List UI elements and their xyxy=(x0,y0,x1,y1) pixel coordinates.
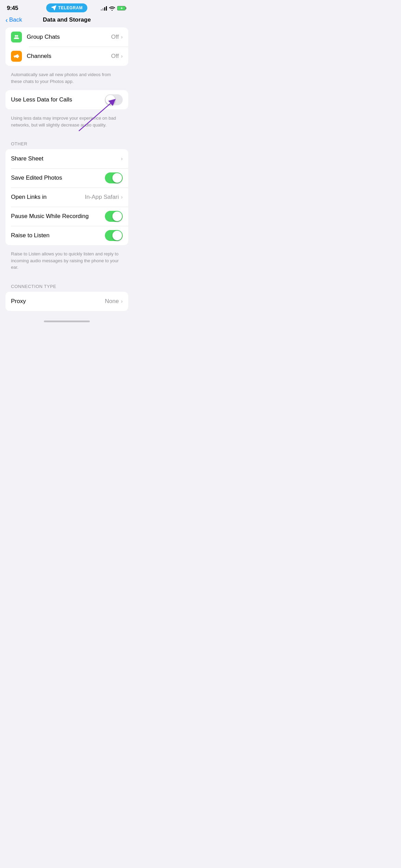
content: Group Chats Off › Channels Off › Automat… xyxy=(0,27,134,335)
proxy-row[interactable]: Proxy None › xyxy=(5,292,128,311)
group-chats-icon xyxy=(11,32,22,43)
proxy-chevron-icon: › xyxy=(121,298,123,304)
telegram-badge-container: TELEGRAM xyxy=(46,3,87,12)
status-time: 9:45 xyxy=(7,5,18,12)
other-section-header: OTHER xyxy=(0,134,134,149)
group-chats-value: Off xyxy=(111,34,119,40)
channels-label: Channels xyxy=(27,53,111,60)
group-chats-chevron-icon: › xyxy=(121,34,123,40)
group-chats-row[interactable]: Group Chats Off › xyxy=(5,27,128,47)
toggle-thumb-3 xyxy=(112,212,122,221)
share-sheet-label: Share Sheet xyxy=(11,155,121,162)
back-chevron-icon: ‹ xyxy=(5,16,8,23)
use-less-data-description: Using less data may improve your experie… xyxy=(0,112,134,134)
auto-save-description: Automatically save all new photos and vi… xyxy=(0,69,134,90)
connection-type-section-header: CONNECTION TYPE xyxy=(0,276,134,292)
status-bar: 9:45 TELEGRAM xyxy=(0,0,134,14)
use-less-data-row[interactable]: Use Less Data for Calls xyxy=(5,90,128,109)
use-less-data-card: Use Less Data for Calls xyxy=(5,90,128,109)
raise-to-listen-label: Raise to Listen xyxy=(11,232,105,239)
home-indicator xyxy=(0,318,134,325)
telegram-badge-text: TELEGRAM xyxy=(58,5,83,10)
raise-to-listen-row[interactable]: Raise to Listen xyxy=(5,226,128,245)
telegram-badge: TELEGRAM xyxy=(46,3,87,12)
toggle-thumb-2 xyxy=(112,173,122,183)
home-bar xyxy=(44,321,90,322)
save-edited-photos-row[interactable]: Save Edited Photos xyxy=(5,168,128,188)
proxy-value: None xyxy=(105,298,119,305)
share-sheet-chevron-icon: › xyxy=(121,156,123,162)
svg-point-2 xyxy=(15,35,16,37)
save-edited-photos-label: Save Edited Photos xyxy=(11,174,105,181)
channels-chevron-icon: › xyxy=(121,53,123,59)
use-less-data-label: Use Less Data for Calls xyxy=(11,96,105,103)
open-links-value: In-App Safari xyxy=(85,194,119,201)
proxy-label: Proxy xyxy=(11,298,105,305)
open-links-chevron-icon: › xyxy=(121,194,123,200)
save-edited-photos-toggle[interactable] xyxy=(105,172,123,183)
toggle-thumb-4 xyxy=(112,231,122,240)
channels-icon xyxy=(11,51,22,62)
wifi-icon xyxy=(109,6,115,11)
signal-icon xyxy=(101,6,107,11)
raise-to-listen-description: Raise to Listen allows you to quickly li… xyxy=(0,248,134,276)
megaphone-icon-svg xyxy=(13,53,20,60)
toggle-thumb xyxy=(106,95,115,105)
open-links-label: Open Links in xyxy=(11,194,85,201)
group-chats-label: Group Chats xyxy=(27,34,111,40)
connection-card: Proxy None › xyxy=(5,292,128,311)
pause-music-row[interactable]: Pause Music While Recording xyxy=(5,207,128,226)
telegram-icon xyxy=(51,5,57,11)
channels-value: Off xyxy=(111,53,119,60)
nav-bar: ‹ Back Data and Storage xyxy=(0,14,134,27)
group-icon-svg xyxy=(13,34,20,40)
share-sheet-row[interactable]: Share Sheet › xyxy=(5,149,128,168)
pause-music-toggle[interactable] xyxy=(105,211,123,222)
svg-rect-1 xyxy=(125,7,126,9)
pause-music-label: Pause Music While Recording xyxy=(11,213,105,220)
channels-row[interactable]: Channels Off › xyxy=(5,47,128,66)
use-less-data-toggle[interactable] xyxy=(105,94,123,105)
back-label: Back xyxy=(9,16,22,23)
other-card: Share Sheet › Save Edited Photos Open Li… xyxy=(5,149,128,245)
raise-to-listen-toggle[interactable] xyxy=(105,230,123,241)
open-links-row[interactable]: Open Links in In-App Safari › xyxy=(5,188,128,207)
svg-point-3 xyxy=(16,35,18,37)
battery-icon xyxy=(117,5,127,11)
status-icons xyxy=(101,5,127,11)
page-title: Data and Storage xyxy=(43,16,91,23)
back-button[interactable]: ‹ Back xyxy=(5,16,22,23)
auto-save-card: Group Chats Off › Channels Off › xyxy=(5,27,128,66)
